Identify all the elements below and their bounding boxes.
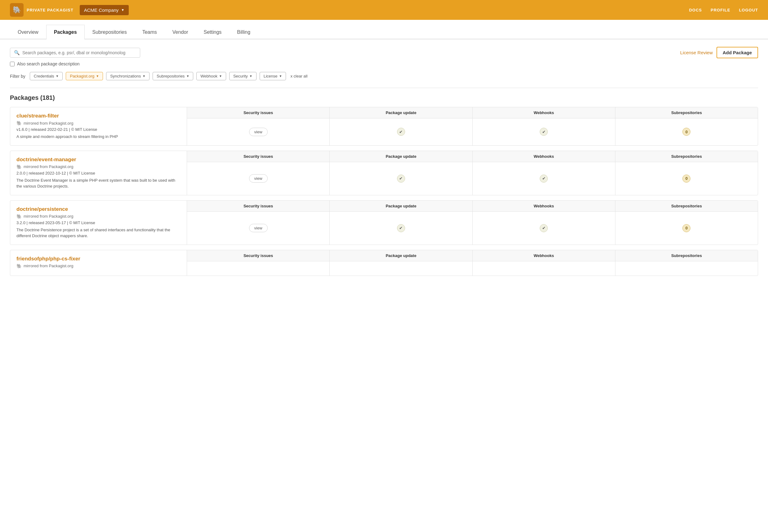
filter-security[interactable]: Security ▼ (229, 72, 256, 80)
search-input[interactable] (22, 50, 136, 55)
company-dropdown-button[interactable]: ACME Company ▼ (80, 5, 129, 15)
col-body-security: view (187, 118, 329, 145)
package-source: 🐘 mirrored from Packagist.org (16, 164, 180, 169)
package-card: friendsofphp/php-cs-fixer 🐘 mirrored fro… (10, 250, 758, 276)
packagist-icon: 🐘 (16, 264, 22, 268)
filter-subrepositories[interactable]: Subrepositories ▼ (153, 72, 193, 80)
filter-synchronizations[interactable]: Synchronizations ▼ (106, 72, 149, 80)
docs-link[interactable]: DOCS (689, 8, 702, 12)
col-header-webhooks: Webhooks (473, 151, 615, 162)
filter-credentials[interactable]: Credentials ▼ (30, 72, 63, 80)
update-check-badge: ✔ (397, 224, 405, 232)
package-info: clue/stream-filter 🐘 mirrored from Packa… (10, 107, 187, 145)
view-security-button[interactable]: view (249, 128, 268, 136)
company-name: ACME Company (84, 7, 119, 13)
col-body-webhooks: ✔ (473, 212, 615, 245)
col-header-update: Package update (330, 201, 472, 212)
tab-billing[interactable]: Billing (229, 25, 258, 39)
chevron-down-icon: ▼ (279, 74, 282, 78)
package-card-inner: clue/stream-filter 🐘 mirrored from Packa… (10, 107, 758, 145)
filter-packagist-label: Packagist.org (70, 74, 94, 78)
view-security-button[interactable]: view (249, 174, 268, 183)
col-body-update: ✔ (330, 162, 472, 195)
search-icon: 🔍 (14, 50, 20, 55)
view-security-button[interactable]: view (249, 224, 268, 232)
filter-security-label: Security (233, 74, 248, 78)
chevron-down-icon: ▼ (56, 74, 59, 78)
license-review-link[interactable]: License Review (680, 50, 713, 55)
package-columns: Security issues Package update Webhooks … (187, 250, 758, 276)
search-actions: License Review Add Package (680, 47, 758, 58)
filter-label: Filter by (10, 74, 25, 79)
col-header-subrepositories: Subrepositories (615, 250, 758, 261)
packages-list: clue/stream-filter 🐘 mirrored from Packa… (10, 107, 758, 276)
also-search-row: Also search package description (10, 61, 758, 66)
filter-credentials-label: Credentials (34, 74, 54, 78)
tab-settings[interactable]: Settings (196, 25, 229, 39)
chevron-down-icon: ▼ (142, 74, 145, 78)
subrepositories-badge: 0 (682, 224, 690, 232)
divider (10, 88, 758, 88)
tab-packages[interactable]: Packages (46, 25, 85, 39)
filter-packagist[interactable]: Packagist.org ▼ (66, 72, 103, 80)
col-header-update: Package update (330, 151, 472, 162)
webhooks-col: Webhooks ✔ (473, 201, 615, 245)
package-meta: 2.0.0 | released 2022-10-12 | © MIT Lice… (16, 171, 180, 175)
filter-synchronizations-label: Synchronizations (110, 74, 141, 78)
also-search-checkbox[interactable] (10, 62, 15, 66)
packagist-icon: 🐘 (16, 121, 22, 126)
package-info: doctrine/event-manager 🐘 mirrored from P… (10, 151, 187, 195)
packages-heading: Packages (181) (10, 94, 758, 101)
chevron-down-icon: ▼ (186, 74, 189, 78)
subrepositories-col: Subrepositories 0 (615, 107, 758, 145)
package-card: clue/stream-filter 🐘 mirrored from Packa… (10, 107, 758, 146)
filter-subrepositories-label: Subrepositories (157, 74, 184, 78)
package-meta: v1.6.0 | released 2022-02-21 | © MIT Lic… (16, 127, 180, 132)
package-desc: A simple and modern approach to stream f… (16, 134, 180, 140)
col-body-subrepositories: 0 (615, 118, 758, 145)
tab-teams[interactable]: Teams (135, 25, 165, 39)
clear-all-button[interactable]: x clear all (290, 74, 307, 78)
subrepositories-badge: 0 (682, 175, 690, 183)
package-columns: Security issues view Package update ✔ We… (187, 151, 758, 195)
tab-subrepositories[interactable]: Subrepositories (85, 25, 135, 39)
package-name[interactable]: doctrine/persistence (16, 206, 68, 212)
header-right: DOCS PROFILE LOGOUT (689, 8, 758, 12)
package-update-col: Package update ✔ (330, 151, 473, 195)
col-header-webhooks: Webhooks (473, 250, 615, 261)
package-meta: 3.2.0 | released 2023-05-17 | © MIT Lice… (16, 220, 180, 225)
webhooks-col: Webhooks ✔ (473, 107, 615, 145)
package-card-inner: doctrine/persistence 🐘 mirrored from Pac… (10, 201, 758, 245)
nav-tabs: Overview Packages Subrepositories Teams … (0, 25, 768, 39)
packagist-icon: 🐘 (16, 214, 22, 219)
packagist-icon: 🐘 (16, 164, 22, 169)
package-card-inner: friendsofphp/php-cs-fixer 🐘 mirrored fro… (10, 250, 758, 276)
main-content: 🔍 License Review Add Package Also search… (0, 39, 768, 288)
security-issues-col: Security issues (187, 250, 330, 276)
filter-webhook-label: Webhook (200, 74, 217, 78)
tab-vendor[interactable]: Vendor (165, 25, 196, 39)
logout-link[interactable]: LOGOUT (739, 8, 758, 12)
profile-link[interactable]: PROFILE (711, 8, 730, 12)
package-name[interactable]: doctrine/event-manager (16, 157, 76, 162)
package-info: doctrine/persistence 🐘 mirrored from Pac… (10, 201, 187, 245)
package-name[interactable]: clue/stream-filter (16, 113, 59, 119)
package-name[interactable]: friendsofphp/php-cs-fixer (16, 256, 80, 262)
package-desc: The Doctrine Event Manager is a simple P… (16, 177, 180, 189)
col-header-subrepositories: Subrepositories (615, 151, 758, 162)
update-check-badge: ✔ (397, 175, 405, 183)
col-body-update: ✔ (330, 212, 472, 245)
webhooks-check-badge: ✔ (540, 175, 548, 183)
package-update-col: Package update ✔ (330, 107, 473, 145)
logo-icon: 🐘 (10, 3, 24, 17)
security-issues-col: Security issues view (187, 107, 330, 145)
col-header-subrepositories: Subrepositories (615, 107, 758, 118)
logo-area: 🐘 PRIVATE PACKAGIST (10, 3, 73, 17)
header: 🐘 PRIVATE PACKAGIST ACME Company ▼ DOCS … (0, 0, 768, 20)
tab-overview[interactable]: Overview (10, 25, 46, 39)
package-update-col: Package update (330, 250, 473, 276)
filter-webhook[interactable]: Webhook ▼ (196, 72, 226, 80)
filter-license[interactable]: License ▼ (260, 72, 286, 80)
add-package-button[interactable]: Add Package (717, 47, 758, 58)
package-card-inner: doctrine/event-manager 🐘 mirrored from P… (10, 151, 758, 195)
